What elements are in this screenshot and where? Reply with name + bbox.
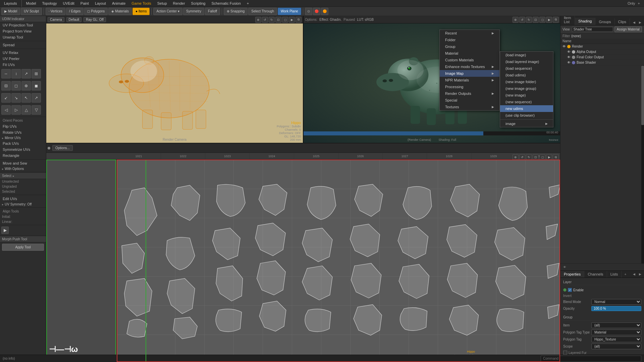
prop-item-dropdown[interactable]: (all) [591, 322, 641, 328]
submenu-new-image-group[interactable]: (new image group) [500, 85, 553, 92]
prop-poly-tag-type-dropdown[interactable]: Material [591, 329, 641, 335]
sidebar-run-btn[interactable]: ▶ [1, 227, 9, 234]
icon-btn-1b[interactable]: ↕ [11, 69, 21, 78]
menu-textures[interactable]: Textures ▶ [440, 104, 499, 110]
vp-nav-icon-2[interactable]: ↺ [262, 17, 268, 23]
mode-model-btn[interactable]: ▶ Model [1, 8, 20, 15]
eye-icon-base-shader[interactable]: 👁 [567, 61, 571, 64]
submenu-image[interactable]: image ▶ [500, 120, 553, 127]
menu-processing[interactable]: Processing [440, 83, 499, 90]
icon-btn-2c[interactable]: ⊕ [21, 81, 31, 90]
sidebar-fit-uvs[interactable]: Fit UVs [0, 62, 46, 68]
vp-default-btn[interactable]: Default [66, 17, 82, 22]
sidebar-uv-peeler[interactable]: UV Peeler [0, 56, 46, 62]
uv-icon-4[interactable]: ⊡ [533, 154, 539, 160]
shader-tree-alpha[interactable]: 👁 Alpha Output [560, 49, 644, 55]
mode-items-btn[interactable]: ● Items [132, 8, 150, 15]
shader-tree-render[interactable]: 👁 Render [560, 44, 644, 49]
shader-tree-final-color[interactable]: 👁 Final Color Output [560, 55, 644, 60]
sidebar-symmetrize-uvs[interactable]: Symmetrize UVs [0, 146, 46, 153]
icon-btn-2d[interactable]: ◼ [32, 81, 41, 90]
eye-icon-alpha[interactable]: 👁 [567, 50, 571, 54]
menu-scripting[interactable]: Scripting [189, 1, 208, 6]
eye-icon-render[interactable]: 👁 [562, 45, 566, 48]
icon-btn-4a[interactable]: ◁ [1, 105, 11, 115]
menu-layouts[interactable]: Layouts [1, 1, 20, 6]
menu-group[interactable]: Group [440, 43, 499, 50]
enable-checkbox[interactable]: ✓ [568, 288, 572, 292]
submenu-new-image-folder[interactable]: (new image folder) [500, 78, 553, 85]
menu-recent[interactable]: Recent ▶ [440, 30, 499, 37]
submenu-load-layered[interactable]: (load layered image) [500, 58, 553, 65]
sidebar-spread[interactable]: Spread [0, 42, 46, 48]
menu-folder[interactable]: Folder [440, 37, 499, 43]
icon-btn-1d[interactable]: ⊞ [32, 69, 41, 78]
rp-expand-btn[interactable]: ▶ [637, 20, 643, 25]
prop-tab-properties[interactable]: Properties [560, 271, 584, 278]
icon-btn-4c[interactable]: △ [21, 105, 31, 115]
vp-nav-icon-6[interactable]: ▶ [289, 17, 295, 23]
uv-icon-6[interactable]: ▶ [546, 154, 552, 160]
select-through-btn[interactable]: Select Through [248, 8, 277, 15]
icon-btn-3b[interactable]: ↘ [11, 93, 21, 103]
prop-collapse-btn[interactable]: ◀ [631, 272, 637, 277]
shader-view-dropdown[interactable]: Shader Tree [572, 27, 613, 32]
falloff-btn[interactable]: Falloff [205, 8, 220, 15]
menu-layout[interactable]: Layout [92, 1, 109, 6]
toolbar-icon-1[interactable]: ⊙ [305, 8, 312, 15]
uv-grid-container[interactable]: 1001 1002 1003 1004 1005 1006 1007 1008 … [117, 160, 560, 362]
mode-polygons-btn[interactable]: ◻ Polygons [84, 8, 108, 15]
icon-btn-2b[interactable]: ◻ [11, 81, 21, 90]
sidebar-unwrap-tool[interactable]: Unwrap Tool [0, 34, 46, 40]
vp-nav-icon-7[interactable]: ⧉ [296, 17, 302, 23]
icon-btn-4d[interactable]: ▽ [32, 105, 41, 115]
uv-icon-2[interactable]: ↺ [519, 154, 525, 160]
sidebar-edit-uvs[interactable]: Edit UVs [0, 196, 46, 202]
uv-icon-3[interactable]: ↻ [526, 154, 532, 160]
uv-icon-7[interactable]: ⧉ [553, 154, 559, 160]
icon-btn-4b[interactable]: ▷ [11, 105, 21, 115]
mode-edges-btn[interactable]: / Edges [66, 8, 84, 15]
layered-fur-checkbox[interactable] [563, 351, 567, 355]
rp-collapse-btn[interactable]: ◀ [631, 20, 637, 25]
shader-bottom-eye[interactable]: 👁 [562, 264, 567, 270]
menu-material[interactable]: Material [440, 50, 499, 57]
icon-btn-1a[interactable]: ↔ [1, 69, 11, 78]
sidebar-with-options[interactable]: ▸ With Options [0, 166, 46, 171]
menu-special[interactable]: Special [440, 97, 499, 104]
apply-tool-btn[interactable]: Apply Tool [2, 244, 44, 251]
menu-right-plus[interactable]: + [638, 1, 640, 5]
vp-camera-btn[interactable]: Camera [48, 17, 64, 22]
sidebar-uv-projection[interactable]: UV Projection Tool [0, 22, 46, 28]
sidebar-uv-symmetry[interactable]: ▸ UV Symmetry: Off [0, 202, 46, 207]
sidebar-uv-relax[interactable]: UV Relax [0, 50, 46, 56]
menu-render-outputs[interactable]: Render Outputs ▶ [440, 90, 499, 97]
menu-image-map[interactable]: Image Map ▶ [440, 70, 499, 77]
vp-nav-icon-1[interactable]: ⊕ [255, 17, 261, 23]
prop-tab-lists[interactable]: Lists [607, 271, 622, 278]
eye-icon-final-color[interactable]: 👁 [567, 55, 571, 59]
submenu-new-udims[interactable]: new udims [500, 105, 553, 112]
menu-setup[interactable]: Setup [155, 1, 170, 6]
vp-render-icon-4[interactable]: ⊡ [533, 17, 539, 23]
vp-raygl-btn[interactable]: Ray GL: Off [84, 17, 106, 22]
viewport-wireframe[interactable]: Camera Default Ray GL: Off ⊕ ↺ ↻ ⊡ ◻ ▶ ⧉ [46, 16, 304, 143]
submenu-load-udims[interactable]: (load udims) [500, 72, 553, 78]
sidebar-mirror-uvs[interactable]: ▸ Mirror UVs [0, 135, 46, 140]
toolbar-icon-2[interactable]: 🔴 [313, 8, 320, 15]
tab-shading[interactable]: Shading [575, 18, 595, 25]
uv-icon-5[interactable]: ◻ [539, 154, 545, 160]
assign-material-btn[interactable]: Assign Material [614, 26, 642, 32]
work-plane-btn[interactable]: Work Plane [278, 8, 301, 15]
prop-expand-btn[interactable]: ▶ [637, 272, 643, 277]
submenu-load-image[interactable]: (load image) [500, 52, 553, 58]
snapping-btn[interactable]: ⊕ Snapping [224, 8, 248, 15]
prop-poly-tag-dropdown[interactable]: Hippo_Texture [591, 337, 641, 342]
icon-btn-3d[interactable]: ↗ [32, 93, 41, 103]
uv-viewport[interactable]: ⊕ ↺ ↻ ⊡ ◻ ▶ ⧉ 1021 1022 1023 1024 1025 1… [46, 153, 560, 362]
vp-nav-icon-3[interactable]: ↻ [269, 17, 275, 23]
prop-blend-dropdown[interactable]: Normal [591, 299, 641, 305]
symmetry-btn[interactable]: Symmetry [183, 8, 204, 15]
mode-uvsculpt-btn[interactable]: UV Sculpt [21, 8, 42, 15]
sidebar-project-from-view[interactable]: Project from View [0, 28, 46, 34]
